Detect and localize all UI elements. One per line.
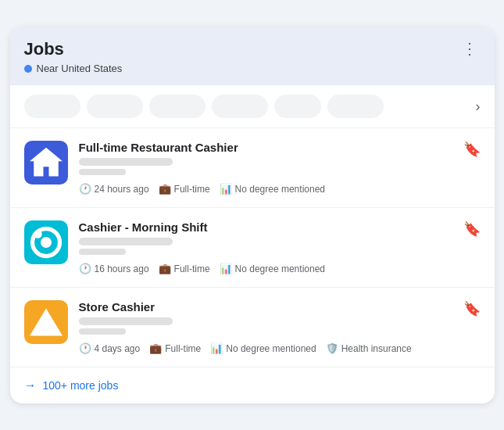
triangle-icon: [24, 300, 68, 344]
filter-pill-3[interactable]: [149, 95, 206, 118]
arrow-right-icon: →: [24, 378, 37, 392]
location-dot-icon: [24, 65, 32, 73]
degree-icon-1: 📊: [220, 183, 232, 195]
degree-icon-2: 📊: [220, 263, 232, 274]
job-company-placeholder-2: [79, 238, 173, 245]
filter-pill-4[interactable]: [212, 95, 268, 118]
location-text: Near United States: [37, 63, 123, 74]
job-type-2: 💼 Full-time: [159, 263, 210, 274]
job-title-1: Full-time Restaurant Cashier: [79, 141, 481, 154]
house-icon: [24, 141, 68, 185]
job-company-placeholder-1: [79, 158, 173, 166]
job-type-1: 💼 Full-time: [159, 183, 210, 195]
job-subtitle-placeholder-2: [79, 249, 126, 255]
filter-pill-1[interactable]: [24, 95, 80, 118]
clock-icon-3: 🕐: [79, 342, 91, 354]
jobs-card: Jobs Near United States ⋮ › Full-time: [10, 27, 495, 403]
job-logo-2: [24, 220, 68, 264]
svg-point-2: [34, 230, 42, 238]
job-company-placeholder-3: [79, 317, 173, 325]
job-meta-3: 🕐 4 days ago 💼 Full-time 📊 No degree men…: [79, 342, 481, 354]
job-health-3: 🛡️ Health insurance: [326, 342, 412, 354]
job-logo-1: [24, 141, 68, 185]
job-time-3: 🕐 4 days ago: [79, 342, 141, 354]
more-jobs-row: → 100+ more jobs: [10, 367, 495, 403]
job-item-2[interactable]: Cashier - Morning Shift 🕐 16 hours ago 💼…: [10, 208, 495, 288]
briefcase-icon-2: 💼: [159, 263, 171, 274]
shield-icon-3: 🛡️: [326, 342, 338, 354]
job-degree-2: 📊 No degree mentioned: [220, 263, 325, 274]
svg-marker-3: [30, 309, 63, 336]
bookmark-button-2[interactable]: 🔖: [463, 220, 481, 238]
header-location: Near United States: [24, 63, 123, 74]
job-content-1: Full-time Restaurant Cashier 🕐 24 hours …: [79, 141, 481, 195]
job-content-2: Cashier - Morning Shift 🕐 16 hours ago 💼…: [79, 220, 481, 274]
job-subtitle-placeholder-3: [79, 328, 126, 335]
job-subtitle-placeholder-1: [79, 169, 126, 175]
more-jobs-link[interactable]: → 100+ more jobs: [24, 378, 119, 392]
clock-icon-1: 🕐: [79, 183, 91, 195]
job-type-3: 💼 Full-time: [149, 342, 201, 354]
briefcase-icon-1: 💼: [159, 183, 171, 195]
bookmark-button-1[interactable]: 🔖: [463, 141, 481, 158]
job-logo-3: [24, 300, 68, 344]
job-time-1: 🕐 24 hours ago: [79, 183, 149, 195]
clock-icon-2: 🕐: [79, 263, 91, 274]
job-time-2: 🕐 16 hours ago: [79, 263, 149, 274]
job-title-3: Store Cashier: [79, 300, 481, 314]
more-jobs-label: 100+ more jobs: [43, 379, 119, 392]
degree-icon-3: 📊: [210, 342, 223, 354]
job-meta-1: 🕐 24 hours ago 💼 Full-time 📊 No degree m…: [79, 183, 481, 195]
header: Jobs Near United States ⋮: [10, 27, 495, 85]
job-degree-1: 📊 No degree mentioned: [220, 183, 325, 195]
job-content-3: Store Cashier 🕐 4 days ago 💼 Full-time 📊…: [79, 300, 481, 354]
circle-ring-icon: [24, 220, 68, 264]
filter-pill-2[interactable]: [87, 95, 143, 118]
job-item-3[interactable]: Store Cashier 🕐 4 days ago 💼 Full-time 📊…: [10, 288, 495, 367]
job-meta-2: 🕐 16 hours ago 💼 Full-time 📊 No degree m…: [79, 263, 481, 274]
job-degree-3: 📊 No degree mentioned: [210, 342, 316, 354]
job-item-1[interactable]: Full-time Restaurant Cashier 🕐 24 hours …: [10, 128, 495, 208]
filters-row: ›: [10, 85, 495, 128]
page-title: Jobs: [24, 39, 123, 59]
briefcase-icon-3: 💼: [149, 342, 162, 354]
job-title-2: Cashier - Morning Shift: [79, 220, 481, 234]
filter-pill-5[interactable]: [274, 95, 321, 118]
more-options-button[interactable]: ⋮: [459, 39, 481, 58]
filter-scroll-right-icon[interactable]: ›: [476, 99, 481, 115]
bookmark-button-3[interactable]: 🔖: [463, 300, 481, 317]
job-list: Full-time Restaurant Cashier 🕐 24 hours …: [10, 128, 495, 367]
filter-pill-6[interactable]: [327, 95, 384, 118]
header-left: Jobs Near United States: [24, 39, 123, 74]
svg-point-1: [41, 237, 52, 248]
